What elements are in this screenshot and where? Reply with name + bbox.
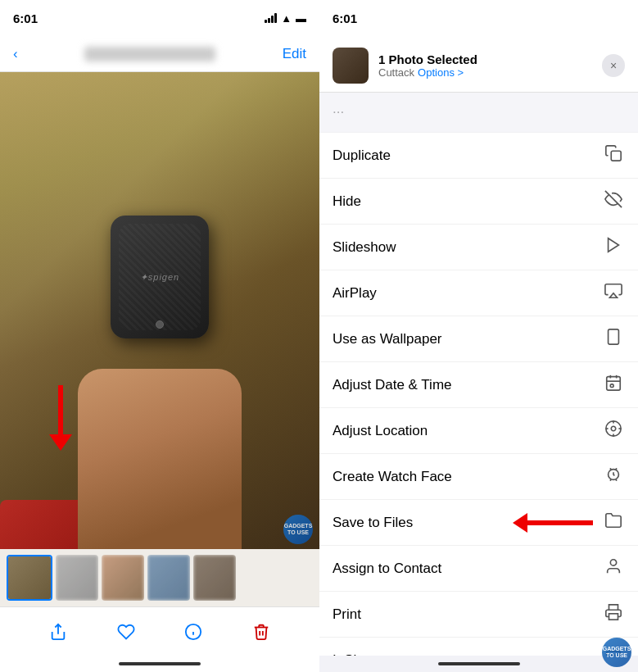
time-left: 6:01	[13, 11, 38, 25]
thumbnail-strip[interactable]	[0, 549, 319, 606]
home-bar-right	[438, 662, 520, 665]
svg-rect-8	[609, 329, 619, 344]
slideshow-icon	[602, 236, 625, 258]
menu-item-hide[interactable]: Hide	[319, 179, 638, 225]
svg-marker-7	[609, 293, 617, 298]
close-button[interactable]: ×	[602, 54, 625, 77]
thumb-3[interactable]	[147, 555, 190, 601]
thumb-1[interactable]	[56, 555, 98, 601]
home-indicator-left	[0, 656, 319, 672]
nav-bar-left: ‹ Edit	[0, 36, 319, 72]
status-icons-right: ▲ ▬	[583, 12, 625, 25]
menu-item-location[interactable]: Adjust Location	[319, 408, 638, 454]
signal-icon-right	[583, 13, 595, 23]
photo-thumbnail-small	[333, 48, 369, 84]
sheet-header: 1 Photo Selected Cuttack Options > ×	[319, 36, 638, 93]
folder-icon	[602, 511, 625, 534]
red-arrow-left	[49, 385, 72, 451]
share-sheet: 1 Photo Selected Cuttack Options > × ···…	[319, 36, 638, 656]
share-button[interactable]	[49, 623, 67, 641]
airpods-case: ✦spigen	[111, 216, 209, 338]
left-panel: 6:01 ▲ ▬ ‹ Edit	[0, 0, 319, 672]
svg-point-21	[610, 560, 616, 565]
nav-title	[84, 47, 215, 61]
menu-item-datetime[interactable]: Adjust Date & Time	[319, 362, 638, 408]
thumb-selected[interactable]	[7, 555, 52, 601]
info-button[interactable]	[184, 623, 202, 641]
menu-item-savetofiles[interactable]: Save to Files	[319, 500, 638, 546]
watermark-left: GADGETS TO USE	[283, 515, 313, 544]
hide-icon	[602, 190, 625, 212]
airplay-icon	[602, 282, 625, 304]
menu-item-airplay[interactable]: AirPlay	[319, 270, 638, 316]
menu-item-watchface[interactable]: Create Watch Face	[319, 454, 638, 500]
menu-item-slideshow[interactable]: Slideshow	[319, 225, 638, 270]
menu-item-print[interactable]: Print	[319, 592, 638, 638]
wallpaper-icon	[602, 328, 625, 350]
options-button[interactable]: Options >	[418, 66, 464, 79]
watermark-right: GADGETS TO USE	[602, 638, 631, 667]
sheet-title: 1 Photo Selected	[378, 52, 592, 66]
svg-rect-4	[611, 151, 621, 161]
wifi-icon: ▲	[281, 12, 292, 25]
svg-rect-10	[607, 377, 621, 391]
thumb-2[interactable]	[102, 555, 144, 601]
svg-marker-6	[609, 238, 619, 252]
time-right: 6:01	[333, 11, 357, 25]
action-bar	[0, 606, 319, 656]
menu-item-contact[interactable]: Assign to Contact	[319, 546, 638, 592]
home-indicator-right	[319, 656, 638, 672]
watch-icon	[602, 465, 625, 488]
sheet-header-text: 1 Photo Selected Cuttack Options >	[378, 52, 592, 79]
delete-button[interactable]	[252, 623, 270, 641]
duplicate-icon	[602, 144, 625, 166]
main-photo: ✦spigen GADGETS TO USE	[0, 72, 319, 549]
battery-icon: ▬	[296, 12, 306, 25]
menu-item-faded: ···	[319, 93, 638, 133]
datetime-icon	[602, 374, 625, 396]
heart-button[interactable]	[117, 623, 135, 641]
contact-icon	[602, 557, 625, 579]
wifi-icon-right: ▲	[600, 12, 610, 25]
status-icons-left: ▲ ▬	[265, 12, 306, 25]
menu-item-duplicate[interactable]: Duplicate	[319, 133, 638, 179]
back-button[interactable]: ‹	[13, 46, 18, 62]
battery-icon-right: ▬	[614, 12, 625, 25]
svg-point-15	[611, 426, 616, 431]
brand-logo: ✦spigen	[140, 271, 179, 282]
home-bar-left	[119, 662, 201, 665]
location-icon	[602, 420, 625, 442]
chevron-left-icon: ‹	[13, 46, 18, 62]
status-bar-right: 6:01 ▲ ▬	[319, 0, 638, 36]
hand	[78, 369, 242, 549]
case-button	[156, 320, 164, 329]
status-bar-left: 6:01 ▲ ▬	[0, 0, 319, 36]
menu-list: Duplicate Hide	[319, 133, 638, 656]
svg-rect-22	[609, 614, 618, 620]
right-panel: 6:01 ▲ ▬ 1 Photo Selected Cuttack Option…	[319, 0, 638, 672]
red-arrow-right	[513, 513, 593, 533]
signal-icon	[265, 13, 277, 23]
photo-bg: ✦spigen	[0, 72, 319, 549]
print-icon	[602, 603, 625, 625]
thumb-4[interactable]	[193, 555, 236, 601]
edit-button[interactable]: Edit	[283, 46, 306, 62]
menu-item-wallpaper[interactable]: Use as Wallpaper	[319, 316, 638, 362]
menu-item-inshot[interactable]: InShot	[319, 638, 638, 656]
sheet-subtitle: Cuttack	[378, 66, 414, 79]
